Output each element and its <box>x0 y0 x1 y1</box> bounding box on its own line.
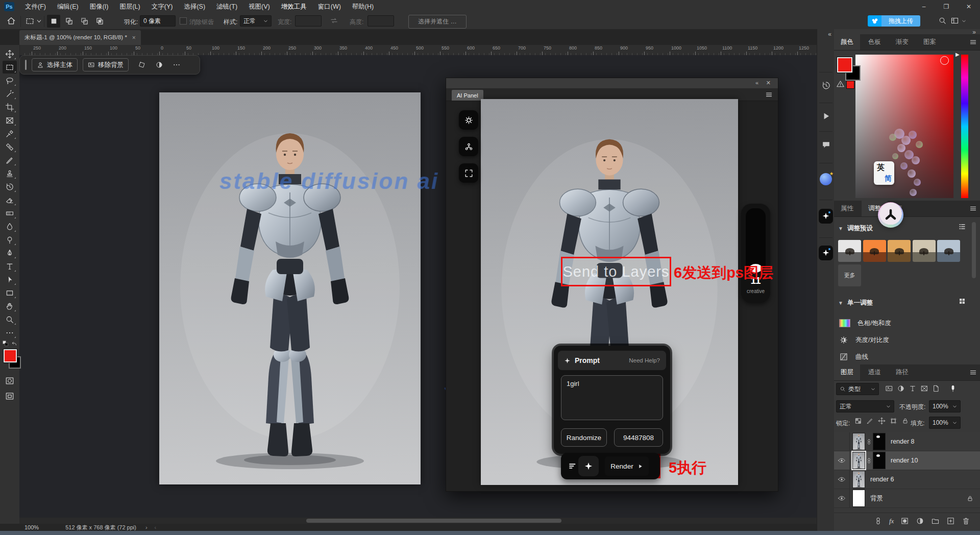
rectangle-tool[interactable] <box>3 286 17 299</box>
select-and-mask-button[interactable]: 选择并遮住 … <box>408 15 467 29</box>
healing-brush-tool[interactable] <box>3 140 17 153</box>
single-adjust-section-header[interactable]: ▼ 单一调整 <box>838 299 873 307</box>
adjustments-tab-0[interactable]: 属性 <box>834 201 860 216</box>
filter-smartobject-icon[interactable] <box>932 384 940 393</box>
edit-toolbar[interactable] <box>3 326 17 339</box>
ai-panel-tab[interactable]: AI Panel <box>452 90 483 101</box>
actions-panel-icon[interactable] <box>819 109 833 123</box>
menu-2[interactable]: 图像(I) <box>84 0 114 13</box>
layer-thumbnail[interactable] <box>852 452 865 469</box>
menu-0[interactable]: 文件(F) <box>19 0 52 13</box>
selection-new-icon[interactable] <box>47 15 60 28</box>
antialias-checkbox[interactable] <box>180 17 187 25</box>
adjustment-icon[interactable] <box>155 61 163 69</box>
layers-tab-2[interactable]: 路径 <box>889 364 915 380</box>
clone-stamp-tool[interactable] <box>3 167 17 180</box>
document-tab[interactable]: 未标题-1 @ 100% (render 10, RGB/8) * × <box>19 30 141 45</box>
menu-10[interactable]: 帮助(H) <box>347 0 379 13</box>
layer-row-render-6[interactable]: render 6 <box>834 470 980 489</box>
layer-name[interactable]: render 10 <box>891 457 918 464</box>
layer-filter-select[interactable]: 类型 <box>836 383 879 395</box>
marquee-tool-preset-icon[interactable] <box>25 16 35 26</box>
object-selection-tool[interactable] <box>3 87 17 100</box>
minimize-button[interactable]: – <box>913 0 935 13</box>
selection-subtract-icon[interactable] <box>78 15 91 28</box>
scrollbar[interactable] <box>972 222 976 278</box>
move-tool[interactable] <box>3 47 17 60</box>
drag-handle[interactable] <box>25 60 27 70</box>
zoom-tool[interactable] <box>3 313 17 326</box>
settings-button[interactable] <box>459 110 478 130</box>
eye-icon[interactable] <box>834 489 850 507</box>
layer-row-背景[interactable]: 背景 <box>834 489 980 508</box>
need-help-link[interactable]: Need Help? <box>629 357 660 363</box>
selection-add-icon[interactable] <box>62 15 76 28</box>
style-select[interactable]: 正常 <box>240 15 272 27</box>
screen-mode-icon[interactable] <box>5 391 15 401</box>
menu-1[interactable]: 编辑(E) <box>52 0 84 13</box>
seed-input[interactable]: 94487808 <box>614 428 663 447</box>
layer-row-render-10[interactable]: render 10 <box>834 451 980 470</box>
default-swatches-icon[interactable] <box>2 340 9 347</box>
search-icon[interactable] <box>938 16 947 25</box>
add-mask-icon[interactable] <box>900 517 909 525</box>
foreground-color-swatch[interactable] <box>4 349 17 362</box>
eye-toggle-empty[interactable] <box>834 432 850 451</box>
expand-button[interactable] <box>459 163 478 183</box>
menu-4[interactable]: 文字(Y) <box>146 0 179 13</box>
zoom-level[interactable]: 100% <box>24 524 39 530</box>
scrollbar-thumb[interactable] <box>306 519 561 523</box>
hand-tool[interactable] <box>3 300 17 312</box>
eye-icon[interactable] <box>834 451 850 470</box>
close-button[interactable]: ✕ <box>958 0 980 13</box>
list-view-icon[interactable] <box>958 223 966 231</box>
select-subject-button[interactable]: 选择主体 <box>32 58 78 71</box>
close-tab-icon[interactable]: × <box>132 34 136 41</box>
adjustment-preset-thumbnail-3[interactable] <box>913 240 936 262</box>
new-group-icon[interactable] <box>931 517 940 525</box>
filter-shape-icon[interactable] <box>920 384 928 393</box>
saturation-brightness-field[interactable] <box>855 55 953 198</box>
quick-mask-icon[interactable] <box>5 376 15 386</box>
filter-type-icon[interactable] <box>909 384 917 393</box>
nodes-button[interactable] <box>459 137 478 156</box>
layers-tab-0[interactable]: 图层 <box>834 364 860 380</box>
close-panel-icon[interactable]: ✕ <box>766 80 771 86</box>
collapse-panel-icon[interactable]: « <box>755 80 758 86</box>
chevron-down-icon[interactable] <box>36 18 42 24</box>
panel-menu-icon[interactable] <box>765 91 773 99</box>
lock-all-icon[interactable] <box>901 417 909 425</box>
adjustment-item-1[interactable]: 亮度/对比度 <box>839 333 962 347</box>
generate-options-button[interactable] <box>578 456 599 476</box>
drag-upload-button[interactable]: 拖拽上传 <box>881 15 920 27</box>
filter-adjustment-icon[interactable] <box>897 384 905 393</box>
ai-panel-titlebar[interactable]: « ✕ <box>446 78 778 88</box>
new-layer-icon[interactable] <box>946 517 955 525</box>
panel-menu-icon[interactable] <box>969 38 977 46</box>
layer-name[interactable]: render 8 <box>891 438 915 445</box>
layer-mask-thumbnail[interactable] <box>873 433 886 450</box>
restore-button[interactable]: ❐ <box>935 0 958 13</box>
history-panel-icon[interactable] <box>819 78 833 92</box>
eraser-tool[interactable] <box>3 193 17 206</box>
mask-link-icon[interactable] <box>866 439 872 445</box>
filter-image-icon[interactable] <box>885 384 893 393</box>
adjustment-item-0[interactable]: 色相/饱和度 <box>839 316 962 330</box>
menu-3[interactable]: 图层(L) <box>114 0 145 13</box>
expand-dock-icon[interactable]: « <box>828 31 831 38</box>
menu-9[interactable]: 窗口(W) <box>312 0 347 13</box>
link-layers-icon[interactable] <box>874 517 883 525</box>
color-tab-3[interactable]: 图案 <box>917 34 943 50</box>
menu-6[interactable]: 滤镜(T) <box>211 0 243 13</box>
adjustment-preset-thumbnail-0[interactable] <box>838 240 861 262</box>
brush-tool[interactable] <box>3 154 17 166</box>
delete-layer-icon[interactable] <box>962 517 970 525</box>
mask-link-icon[interactable] <box>866 457 872 464</box>
grid-view-icon[interactable] <box>958 297 966 305</box>
lasso-tool[interactable] <box>3 74 17 87</box>
color-tab-2[interactable]: 渐变 <box>889 34 915 50</box>
color-tab-1[interactable]: 色板 <box>862 34 888 50</box>
color-tab-0[interactable]: 颜色 <box>834 34 860 50</box>
frame-tool[interactable] <box>3 114 17 127</box>
more-presets-button[interactable]: 更多 <box>838 264 861 286</box>
